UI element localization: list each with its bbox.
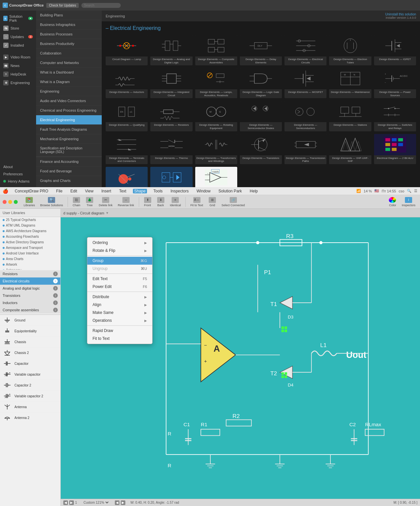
lib-section-electrical[interactable]: Electrical circuits i xyxy=(0,277,60,285)
context-menu-rapid-draw[interactable]: Rapid Draw xyxy=(87,327,152,335)
collapse-icon[interactable]: – xyxy=(106,25,109,31)
check-updates-button[interactable]: Check for Updates xyxy=(46,3,79,8)
lib-info-electrical[interactable]: i xyxy=(53,279,58,283)
grid-button[interactable]: ⊞ Grid xyxy=(206,196,218,208)
middle-item-sdl[interactable]: Specification and Description Language (… xyxy=(36,144,102,157)
middle-item-audio-video[interactable]: Audio and Video Connectors xyxy=(36,96,102,106)
middle-item-fault-tree[interactable]: Fault Tree Analysis Diagrams xyxy=(36,125,102,134)
lib-info-resistors[interactable]: i xyxy=(53,272,58,276)
card-inductors[interactable]: Design Elements — Inductors xyxy=(106,68,148,98)
lib-section-transistors[interactable]: Transistors i xyxy=(0,292,60,299)
card-switches[interactable]: Design Elements — Switches and Relays xyxy=(374,101,416,131)
lib-cat-active-directory[interactable]: Active Directory Diagrams xyxy=(0,239,60,245)
context-menu-make-same[interactable]: Make Same ▶ xyxy=(87,309,152,317)
symbol-capacitor-2[interactable]: Capacitor 2 xyxy=(0,380,60,391)
card-amplifier[interactable]: + − supply Electrical Schematic — Amplif… xyxy=(195,167,237,187)
chain-button[interactable]: ⛓ Chain xyxy=(71,196,82,208)
lib-section-composite[interactable]: Composite assemblies i xyxy=(0,306,60,314)
middle-item-electrical[interactable]: Electrical Engineering xyxy=(36,115,102,125)
lib-cat-artwork[interactable]: Artwork xyxy=(0,262,60,267)
symbol-chassis-2[interactable]: Chassis 2 xyxy=(0,347,60,358)
card-2bit-alu[interactable]: Electrical Diagram — 2 Bit ALU xyxy=(374,134,416,164)
menu-item-help[interactable]: Help xyxy=(248,189,259,193)
lib-info-transistors[interactable]: i xyxy=(53,293,58,298)
sidebar-item-engineering[interactable]: ⚙ Engineering xyxy=(0,79,36,87)
card-electron-tubes[interactable]: Design Elements — Electron Tubes xyxy=(329,35,371,65)
scroll-left-button[interactable]: ◀ xyxy=(115,500,119,505)
card-thermo[interactable]: Design Elements — Thermo xyxy=(150,134,192,164)
fit-to-text-button[interactable]: A↔ Fit to Text xyxy=(188,196,205,208)
select-connected-button[interactable]: 🔗 Select Connected xyxy=(220,196,247,208)
middle-item-mechanical[interactable]: Mechanical Engineering xyxy=(36,134,102,144)
middle-item-what-is-dashboard[interactable]: What is a Dashboard xyxy=(36,68,102,77)
lib-cat-25-orgcharts[interactable]: 25 Typical Orgcharts xyxy=(0,217,60,223)
page-prev-button[interactable]: ◀ xyxy=(63,500,68,505)
card-transmission[interactable]: Design Elements — Transmission Paths xyxy=(284,134,326,164)
card-igfet[interactable]: Design Elements — IGFET xyxy=(374,35,416,65)
minimize-button[interactable] xyxy=(8,200,12,204)
symbol-equipotentiality[interactable]: Equipotentiality xyxy=(0,326,60,337)
browse-solutions-button[interactable]: 🔍 Browse Solutions xyxy=(38,196,65,208)
card-bipolar-mirror[interactable]: Electrical Diagram — Bipolar Current Mir… xyxy=(106,167,148,187)
sidebar-item-user[interactable]: Henry Adams xyxy=(0,178,36,185)
lib-cat-area-charts[interactable]: Area Charts xyxy=(0,256,60,262)
card-maintenance[interactable]: M N Design Elements — Maintenance xyxy=(329,68,371,98)
symbol-antenna-2[interactable]: Antenna 2 xyxy=(0,412,60,423)
identical-button[interactable]: ≡ Identical xyxy=(168,196,183,208)
card-analog-digital[interactable]: Design Elements — Analog and Digital Log… xyxy=(150,35,192,65)
lib-cat-astronomy[interactable]: Astronomy xyxy=(0,267,60,270)
scroll-right-button[interactable]: ▶ xyxy=(121,500,125,505)
maximize-button[interactable] xyxy=(14,200,18,204)
card-terminals[interactable]: Design Elements — Terminals and Connecto… xyxy=(106,134,148,164)
zoom-select[interactable]: Custom 121% xyxy=(82,500,110,505)
card-delay[interactable]: DLY Design Elements — Delay Elements xyxy=(240,35,282,65)
tree-button[interactable]: 🌲 Tree xyxy=(84,196,95,208)
menu-item-insert[interactable]: Insert xyxy=(100,189,113,193)
menu-item-inspectors[interactable]: Inspectors xyxy=(169,189,190,193)
card-lamps[interactable]: Design Elements — Lamps, Acoustics, Read… xyxy=(195,68,237,98)
context-menu-operations[interactable]: Operations ▶ xyxy=(87,317,152,324)
menu-item-file[interactable]: File xyxy=(55,189,64,193)
card-semiconductors[interactable]: Design Elements — Semiconductors xyxy=(284,101,326,131)
card-transformers[interactable]: Design Elements — Transformers and Windi… xyxy=(195,134,237,164)
sidebar-item-installed[interactable]: ✓ Installed xyxy=(0,41,36,49)
menu-item-view[interactable]: View xyxy=(84,189,95,193)
reverse-link-button[interactable]: ↔ Reverse link xyxy=(116,196,136,208)
menu-item-solution-park[interactable]: Solution Park xyxy=(217,189,243,193)
card-logic-gate[interactable]: Design Elements — Logic Gate Diagram xyxy=(240,68,282,98)
menu-item-window[interactable]: Window xyxy=(195,189,212,193)
menu-item-app[interactable]: ConceptDraw PRO xyxy=(13,189,50,193)
sidebar-item-preferences[interactable]: Preferences xyxy=(0,171,36,177)
card-semiconductor-diodes[interactable]: Design Elements — Semiconductor Diodes xyxy=(240,101,282,131)
sidebar-item-news[interactable]: 📰 News xyxy=(0,62,36,70)
lib-cat-android[interactable]: Android User Interface xyxy=(0,251,60,256)
sidebar-item-updates[interactable]: ↑ Updates 3 xyxy=(0,33,36,41)
context-menu-align[interactable]: Align ▶ xyxy=(87,301,152,309)
back-button[interactable]: ⬇ Back xyxy=(155,196,167,208)
middle-item-business-infographics[interactable]: Business Infographics xyxy=(36,20,102,30)
list-icon[interactable]: ☰ xyxy=(414,189,417,193)
middle-item-chemical[interactable]: Chemical and Process Engineering xyxy=(36,106,102,115)
middle-item-business-processes[interactable]: Business Processes xyxy=(36,30,102,39)
menu-item-text[interactable]: Text xyxy=(118,189,128,193)
middle-item-collaboration[interactable]: Collaboration xyxy=(36,49,102,58)
symbol-variable-capacitor[interactable]: Variable capacitor xyxy=(0,369,60,380)
libraries-button[interactable]: 📚 Libraries xyxy=(22,196,37,208)
color-button[interactable]: Color xyxy=(387,196,398,208)
lib-info-analog[interactable]: i xyxy=(53,286,58,291)
sidebar-item-helpdesk[interactable]: ? HelpDesk xyxy=(0,70,36,78)
symbol-ground[interactable]: Ground xyxy=(0,315,60,326)
card-switched-supply[interactable]: Electrical Diagram — Simple Switched Sup… xyxy=(150,167,192,187)
card-qualifying[interactable]: EN ≥1 Design Elements — Qualifying xyxy=(106,101,148,131)
search-menubar-icon[interactable]: 🔍 xyxy=(407,189,411,193)
middle-item-what-is-diagram[interactable]: What is a Diagram xyxy=(36,77,102,87)
front-button[interactable]: ⬆ Front xyxy=(142,196,154,208)
symbol-chassis[interactable]: Chassis xyxy=(0,337,60,347)
symbol-capacitor[interactable]: Capacitor xyxy=(0,358,60,369)
card-transistors[interactable]: Design Elements — Transistors xyxy=(240,134,282,164)
middle-item-graphs[interactable]: Graphs and Charts xyxy=(36,176,102,186)
sidebar-item-video-room[interactable]: ▶ Video Room xyxy=(0,53,36,61)
context-menu-fit-to-text[interactable]: Fit to Text xyxy=(87,335,152,342)
context-menu-distribute[interactable]: Distribute ▶ xyxy=(87,293,152,301)
lib-cat-aws[interactable]: AWS Architecture Diagrams xyxy=(0,228,60,234)
